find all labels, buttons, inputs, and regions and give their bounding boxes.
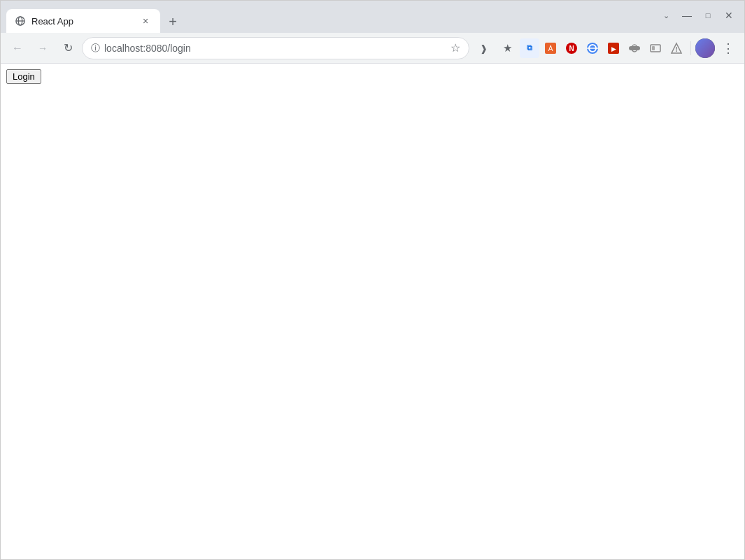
tab-title: React App <box>31 16 134 27</box>
bookmark-button[interactable]: ★ <box>496 37 518 59</box>
forward-button[interactable]: → <box>31 37 54 59</box>
active-tab[interactable]: React App × <box>6 9 160 33</box>
ext-icon-3[interactable]: N <box>562 38 581 58</box>
ext-icon-8[interactable] <box>667 38 686 58</box>
svg-text:▶: ▶ <box>611 45 616 52</box>
tab-close-button[interactable]: × <box>139 15 152 27</box>
close-button[interactable]: ✕ <box>719 6 739 25</box>
svg-text:A: A <box>548 45 553 52</box>
svg-text:N: N <box>569 45 574 52</box>
svg-rect-12 <box>629 46 640 50</box>
maximize-button[interactable]: □ <box>698 6 718 25</box>
profile-button[interactable] <box>695 38 715 58</box>
new-tab-button[interactable]: + <box>163 12 183 31</box>
window-controls: ⌄ — □ ✕ <box>656 6 739 25</box>
bookmark-icon[interactable]: ☆ <box>450 41 460 55</box>
share-button[interactable]: ❰ <box>472 37 495 59</box>
browser-menu-button[interactable]: ⋮ <box>716 37 739 59</box>
toolbar-actions: ❰ ★ ⧉ A N <box>472 37 739 59</box>
login-button[interactable]: Login <box>6 69 41 84</box>
tab-favicon <box>15 15 26 27</box>
url-protocol: localhost:8080/login <box>104 43 191 54</box>
ext-icon-7[interactable] <box>646 38 665 58</box>
svg-point-18 <box>676 50 677 52</box>
ext-icon-2[interactable]: A <box>541 38 560 58</box>
ext-icon-5[interactable]: ▶ <box>604 38 623 58</box>
tab-area: React App × + <box>6 1 653 33</box>
ext-icon-4[interactable] <box>583 38 602 58</box>
toolbar: ← → ↻ ⓘ localhost:8080/login ☆ ❰ ★ ⧉ A <box>1 33 744 64</box>
minimize-button[interactable]: — <box>677 6 697 25</box>
toolbar-divider <box>690 41 691 55</box>
back-button[interactable]: ← <box>6 37 29 59</box>
browser-window: React App × + ⌄ — □ ✕ ← → ↻ ⓘ localhost:… <box>0 0 745 560</box>
extensions-area: ⧉ A N <box>520 38 686 58</box>
ext-icon-6[interactable] <box>625 38 644 58</box>
page-content: Login <box>1 64 744 559</box>
url-display: localhost:8080/login <box>104 43 446 54</box>
address-bar[interactable]: ⓘ localhost:8080/login ☆ <box>82 37 469 59</box>
svg-rect-15 <box>652 46 655 50</box>
profile-avatar <box>695 38 715 58</box>
reload-button[interactable]: ↻ <box>57 37 79 59</box>
title-bar: React App × + ⌄ — □ ✕ <box>1 1 744 33</box>
security-icon: ⓘ <box>91 42 100 55</box>
tab-list-button[interactable]: ⌄ <box>656 6 676 25</box>
ext-icon-1[interactable]: ⧉ <box>520 38 539 58</box>
